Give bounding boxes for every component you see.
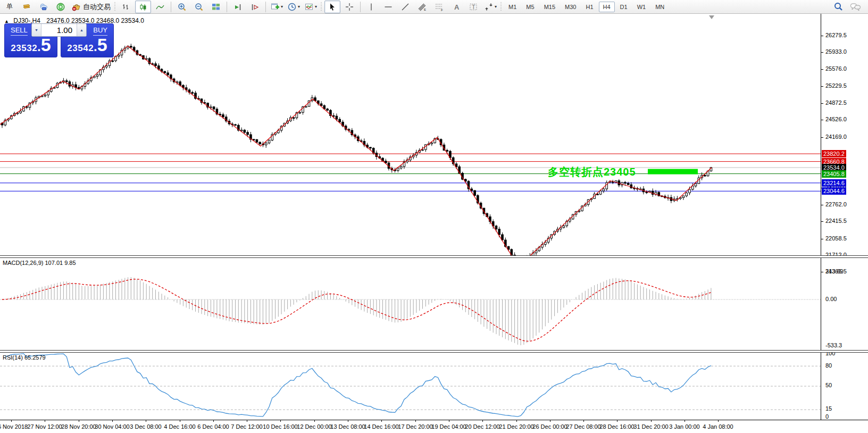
axis-tick-mark (821, 272, 823, 272)
buy-price: 23542.5 (61, 35, 113, 55)
one-click-trading-panel: SELL 23532.5 BUY 23542.5 ▼ 1.00 ▲ (4, 23, 114, 57)
axis-tick-label: 26279.5 (825, 32, 847, 38)
horizontal-line-tool-button[interactable] (380, 1, 396, 13)
periods-button[interactable]: ▾ (286, 1, 302, 13)
time-tick-label: 28 Nov 20:00 (61, 423, 96, 430)
time-tick-mark (112, 420, 113, 422)
chart-shift-marker[interactable] (709, 15, 714, 19)
time-tick-label: 20 Dec 12:00 (465, 423, 499, 430)
text-tool-button[interactable]: A (448, 1, 464, 13)
tab-m5[interactable]: M5 (522, 2, 538, 12)
volume-input[interactable]: 1.00 (41, 24, 77, 36)
panel-divider-rsi[interactable] (0, 350, 868, 353)
global-variables-button[interactable] (36, 1, 52, 13)
text-label-icon: T (469, 2, 478, 12)
price-line-label: 23820.2 (822, 150, 846, 157)
horizontal-line-icon (383, 2, 393, 12)
tile-windows-button[interactable] (208, 1, 224, 13)
volume-increase-button[interactable]: ▲ (77, 24, 86, 36)
new-order-button[interactable]: 单 (2, 1, 18, 13)
tab-mn[interactable]: MN (651, 2, 669, 12)
chart-shift-icon (250, 2, 260, 12)
time-tick-mark (685, 420, 685, 422)
line-chart-button[interactable] (152, 1, 168, 13)
axis-tick-mark (821, 103, 823, 104)
chat-icon (850, 2, 861, 12)
candlestick-chart-button[interactable] (135, 1, 151, 13)
axis-tick-mark (821, 69, 823, 70)
time-tick-label: 30 Nov 04:00 (95, 423, 129, 430)
zoom-out-button[interactable] (191, 1, 207, 13)
fibonacci-tool-button[interactable]: F (431, 1, 447, 13)
trendline-tool-button[interactable] (397, 1, 413, 13)
sell-price: 23532.5 (5, 35, 57, 55)
book-icon (22, 2, 31, 12)
toolbar-separator (227, 2, 227, 12)
axis-tick-label: 25933.0 (825, 48, 847, 55)
price-line-label: 23214.6 (822, 179, 846, 187)
cursor-tool-button[interactable] (324, 1, 340, 13)
panel-divider-macd[interactable] (0, 255, 868, 258)
time-tick-mark (381, 420, 382, 422)
tab-h1[interactable]: H1 (581, 2, 597, 12)
toolbar-grip[interactable] (320, 2, 323, 12)
time-tick-label: 26 Nov 2018 (0, 423, 28, 430)
autotrading-label: 自动交易 (83, 2, 111, 12)
tab-h4[interactable]: H4 (599, 2, 615, 12)
new-chart-button[interactable]: ▾ (269, 1, 285, 13)
auto-scroll-button[interactable] (230, 1, 246, 13)
bar-chart-button[interactable] (118, 1, 134, 13)
channel-tool-button[interactable]: E (414, 1, 430, 13)
cloud-computer-icon (39, 2, 48, 12)
cursor-icon (328, 2, 337, 12)
toolbar-grip[interactable] (114, 2, 116, 12)
crosshair-tool-button[interactable] (341, 1, 357, 13)
rsi-axis-0: 0 (825, 413, 829, 420)
axis-tick-mark (821, 86, 823, 87)
search-button[interactable] (830, 1, 846, 13)
signals-button[interactable] (53, 1, 69, 13)
rsi-panel[interactable] (0, 352, 821, 420)
templates-button[interactable]: ▾ (303, 1, 319, 13)
price-axis[interactable]: 343.69 0.00 -533.3 100 80 50 15 0 26279.… (821, 14, 868, 420)
rsi-indicator-label: RSI(14) 65.2579 (3, 354, 46, 361)
tab-m30[interactable]: M30 (561, 2, 580, 12)
history-center-button[interactable] (19, 1, 35, 13)
toolbar-separator (360, 2, 361, 12)
time-tick-mark (651, 420, 652, 422)
annotation-text[interactable]: 多空转折点23405 (548, 165, 636, 179)
arrows-tool-button[interactable]: ▾ (482, 1, 498, 13)
new-chart-icon (270, 2, 280, 12)
zoom-in-button[interactable] (174, 1, 190, 13)
tab-d1[interactable]: D1 (616, 2, 632, 12)
macd-panel[interactable] (0, 257, 821, 350)
time-tick-label: 3 Jan 00:00 (669, 423, 700, 430)
time-tick-label: 17 Dec 20:00 (398, 423, 432, 430)
chat-button[interactable] (847, 1, 863, 13)
time-axis[interactable]: 26 Nov 201827 Nov 12:0028 Nov 20:0030 No… (0, 420, 868, 433)
tab-w1[interactable]: W1 (633, 2, 650, 12)
zigzag-line[interactable] (0, 46, 712, 255)
rsi-axis-50: 50 (825, 382, 832, 388)
time-tick-label: 31 Dec 20:00 (633, 423, 668, 430)
toolbar-grip[interactable] (500, 2, 503, 12)
vertical-line-icon (366, 2, 376, 12)
text-label-tool-button[interactable]: T (465, 1, 481, 13)
tab-m1[interactable]: M1 (504, 2, 521, 12)
macd-axis-zero: 0.00 (825, 296, 837, 302)
svg-text:A: A (454, 3, 460, 11)
axis-tick-label: 25229.5 (825, 82, 847, 89)
chart-shift-button[interactable] (247, 1, 263, 13)
axis-tick-label: 24169.0 (825, 134, 847, 140)
tab-m15[interactable]: M15 (540, 2, 560, 12)
vertical-line-tool-button[interactable] (363, 1, 379, 13)
main-chart[interactable] (0, 14, 821, 255)
time-tick-mark (314, 420, 315, 422)
autotrading-button[interactable]: 自动交易 (70, 1, 112, 13)
time-tick-mark (415, 420, 416, 422)
volume-decrease-button[interactable]: ▼ (32, 24, 41, 36)
time-tick-label: 28 Dec 16:00 (599, 423, 634, 430)
axis-tick-label: 21365.5 (825, 268, 847, 274)
support-highlight-bar[interactable] (648, 169, 698, 174)
signal-icon (56, 2, 65, 12)
